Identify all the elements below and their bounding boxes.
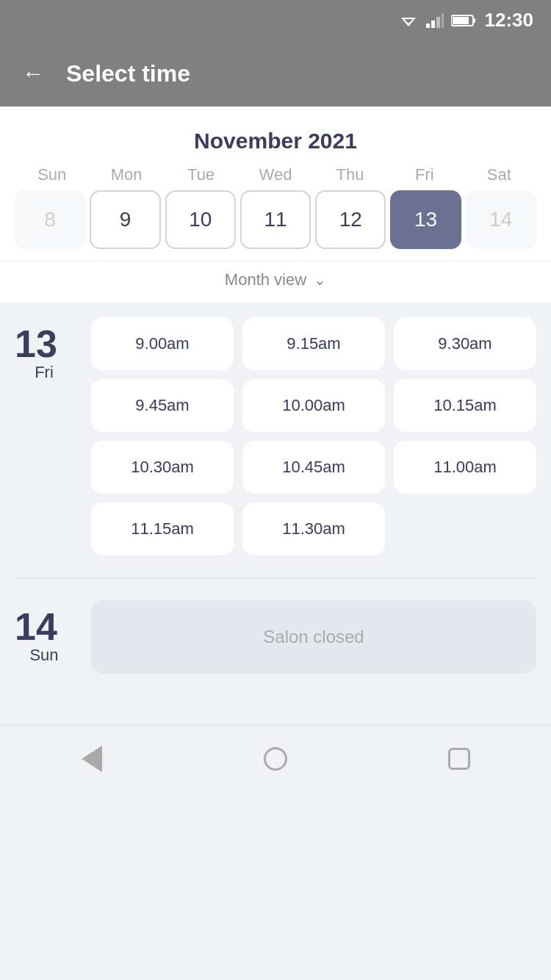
time-section: 13 Fri 9.00am 9.15am 9.30am 9.45am 10.00… [0,303,551,710]
back-button[interactable]: ← [22,61,44,86]
battery-icon [451,14,476,27]
time-slot-1015am[interactable]: 10.15am [394,379,536,432]
date-10[interactable]: 10 [165,190,236,249]
time-slot-1000am[interactable]: 10.00am [242,379,385,432]
day-block-13: 13 Fri 9.00am 9.15am 9.30am 9.45am 10.00… [15,317,536,555]
time-slot-1030am[interactable]: 10.30am [91,441,234,494]
signal-icon [426,13,444,28]
date-8[interactable]: 8 [15,190,85,249]
month-view-label: Month view [225,270,306,289]
nav-home-button[interactable] [262,746,289,772]
divider [15,577,536,578]
time-slot-1115am[interactable]: 11.15am [91,502,234,555]
back-triangle-icon [82,746,102,772]
chevron-down-icon: ⌄ [314,271,326,289]
svg-rect-7 [473,18,475,23]
time-slot-930am[interactable]: 9.30am [394,317,536,370]
nav-recents-button[interactable] [446,746,472,772]
status-icons [398,13,476,28]
home-circle-icon [264,747,287,771]
day-header-tue: Tue [164,165,238,184]
wifi-icon [398,13,419,28]
status-time: 12:30 [485,9,534,32]
calendar-section: November 2021 Sun Mon Tue Wed Thu Fri Sa… [0,107,551,303]
day-header-fri: Fri [387,165,461,184]
salon-closed-label: Salon closed [263,627,364,647]
day-number-13: 13 [15,325,73,363]
time-slot-1100am[interactable]: 11.00am [394,441,536,494]
date-14[interactable]: 14 [466,190,536,249]
date-12[interactable]: 12 [315,190,386,249]
date-9[interactable]: 9 [90,190,160,249]
app-header: ← Select time [0,40,551,107]
status-bar: 12:30 [0,0,551,40]
day-block-14: 14 Sun Salon closed [15,600,536,674]
time-slot-1045am[interactable]: 10.45am [242,441,385,494]
bottom-nav [0,725,551,791]
day-name-sun: Sun [15,646,73,665]
day-header-thu: Thu [313,165,387,184]
day-header-sat: Sat [462,165,536,184]
month-view-toggle[interactable]: Month view ⌄ [0,261,551,303]
date-13[interactable]: 13 [390,190,461,249]
svg-rect-2 [426,24,430,28]
day-name-fri: Fri [15,363,73,382]
time-slot-900am[interactable]: 9.00am [91,317,234,370]
svg-rect-8 [453,17,469,24]
day-header-mon: Mon [89,165,163,184]
time-slot-1130am[interactable]: 11.30am [242,502,385,555]
day-header-wed: Wed [238,165,312,184]
time-slot-915am[interactable]: 9.15am [242,317,385,370]
svg-rect-5 [442,13,444,28]
day-number-14: 14 [15,608,73,646]
svg-rect-4 [436,17,440,28]
date-11[interactable]: 11 [240,190,311,249]
day-label-13: 13 Fri [15,317,73,555]
time-grid-13: 9.00am 9.15am 9.30am 9.45am 10.00am 10.1… [91,317,536,555]
date-row: 8 9 10 11 12 13 14 [0,190,551,261]
time-slot-945am[interactable]: 9.45am [91,379,234,432]
day-label-14: 14 Sun [15,600,73,674]
page-title: Select time [66,60,190,87]
nav-back-button[interactable] [79,746,105,772]
svg-rect-3 [431,21,435,28]
day-header-sun: Sun [15,165,89,184]
month-year-label: November 2021 [0,121,551,165]
salon-closed-card: Salon closed [91,600,536,674]
recents-square-icon [448,748,470,770]
day-headers: Sun Mon Tue Wed Thu Fri Sat [0,165,551,184]
